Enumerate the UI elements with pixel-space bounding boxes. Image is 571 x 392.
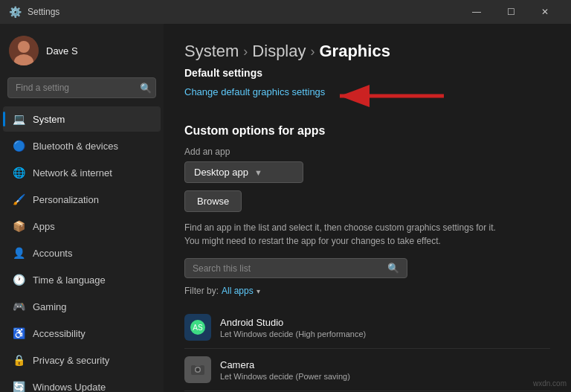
title-bar: ⚙️ Settings — ☐ ✕	[0, 0, 571, 24]
sidebar-item-network[interactable]: 🌐 Network & internet	[3, 160, 161, 185]
description-text: Find an app in the list and select it, t…	[184, 221, 497, 248]
filter-chevron-icon: ▾	[257, 287, 260, 295]
sidebar-item-personalization[interactable]: 🖌️ Personalization	[3, 187, 161, 212]
sidebar-item-privacy[interactable]: 🔒 Privacy & security	[3, 347, 161, 373]
bluetooth-icon: 🔵	[12, 139, 25, 152]
android-studio-icon: AS	[184, 314, 211, 341]
breadcrumb-graphics: Graphics	[320, 42, 390, 61]
nav-items: 💻 System 🔵 Bluetooth & devices 🌐 Network…	[0, 106, 164, 392]
search-list-icon: 🔍	[387, 263, 399, 274]
sidebar-item-gaming[interactable]: 🎮 Gaming	[3, 294, 161, 319]
search-list-input[interactable]	[193, 263, 387, 274]
sidebar-item-label-personalization: Personalization	[33, 194, 152, 205]
breadcrumb: System › Display › Graphics	[184, 42, 550, 61]
list-item[interactable]: Camera Let Windows decide (Power saving)	[184, 349, 550, 391]
dropdown-arrow-icon: ▼	[254, 168, 262, 177]
camera-icon	[184, 356, 211, 383]
sidebar-item-bluetooth[interactable]: 🔵 Bluetooth & devices	[3, 133, 161, 158]
breadcrumb-system: System	[184, 42, 239, 61]
apps-icon: 📦	[12, 219, 25, 233]
update-icon: 🔄	[12, 380, 25, 392]
sidebar-item-accounts[interactable]: 👤 Accounts	[3, 240, 161, 266]
sidebar: Dave S 🔍 💻 System 🔵 Bluetooth & devices …	[0, 24, 164, 392]
sidebar-item-label-gaming: Gaming	[33, 301, 152, 312]
sidebar-item-system[interactable]: 💻 System	[3, 106, 161, 132]
red-arrow-annotation	[332, 81, 451, 111]
custom-options-title: Custom options for apps	[184, 124, 550, 138]
avatar	[9, 36, 39, 65]
user-section: Dave S	[0, 24, 164, 74]
add-app-label: Add an app	[184, 147, 550, 157]
breadcrumb-sep-2: ›	[311, 44, 315, 60]
accessibility-icon: ♿	[12, 327, 25, 340]
app-list: AS Android Studio Let Windows decide (Hi…	[184, 306, 550, 392]
search-list-box[interactable]: 🔍	[184, 258, 407, 278]
svg-text:AS: AS	[193, 324, 203, 332]
desktop-app-dropdown[interactable]: Desktop app ▼	[184, 161, 303, 183]
title-bar-left: ⚙️ Settings	[9, 6, 59, 18]
svg-point-1	[18, 41, 30, 53]
sidebar-item-time[interactable]: 🕐 Time & language	[3, 267, 161, 292]
sidebar-item-label-time: Time & language	[33, 274, 152, 286]
browse-button[interactable]: Browse	[184, 190, 242, 212]
sidebar-item-label-apps: Apps	[33, 221, 152, 232]
system-icon: 💻	[12, 112, 25, 126]
sidebar-search-icon[interactable]: 🔍	[140, 83, 152, 94]
sidebar-item-label-accessibility: Accessibility	[33, 328, 152, 339]
close-button[interactable]: ✕	[528, 0, 562, 24]
main-content: System › Display › Graphics Default sett…	[164, 24, 571, 392]
accounts-icon: 👤	[12, 246, 25, 260]
android-studio-name: Android Studio	[220, 317, 366, 328]
time-icon: 🕐	[12, 273, 25, 286]
network-icon: 🌐	[12, 166, 25, 179]
list-item[interactable]: AS Android Studio Let Windows decide (Hi…	[184, 306, 550, 349]
breadcrumb-sep-1: ›	[243, 44, 248, 60]
user-name: Dave S	[46, 45, 78, 57]
sidebar-item-update[interactable]: 🔄 Windows Update	[3, 374, 161, 392]
sidebar-search-box[interactable]: 🔍	[7, 77, 156, 98]
svg-point-9	[196, 368, 200, 372]
personalization-icon: 🖌️	[12, 193, 25, 206]
gaming-icon: 🎮	[12, 300, 25, 313]
change-settings-row: Change default graphics settings	[184, 86, 550, 111]
android-studio-info: Android Studio Let Windows decide (High …	[220, 317, 366, 338]
camera-info: Camera Let Windows decide (Power saving)	[220, 359, 350, 381]
privacy-icon: 🔒	[12, 353, 25, 367]
camera-name: Camera	[220, 359, 350, 370]
dropdown-value: Desktop app	[194, 167, 248, 178]
sidebar-item-label-update: Windows Update	[33, 382, 152, 393]
filter-row: Filter by: All apps ▾	[184, 286, 550, 296]
camera-perf: Let Windows decide (Power saving)	[220, 372, 350, 381]
change-default-link[interactable]: Change default graphics settings	[184, 86, 325, 97]
filter-value[interactable]: All apps	[222, 286, 254, 296]
app-dropdown-row: Desktop app ▼	[184, 161, 550, 183]
minimize-button[interactable]: —	[459, 0, 494, 24]
sidebar-item-label-network: Network & internet	[33, 167, 152, 179]
sidebar-item-label-accounts: Accounts	[33, 248, 152, 259]
sidebar-search-input[interactable]	[7, 77, 156, 98]
sidebar-item-label-system: System	[33, 114, 152, 125]
title-bar-controls: — ☐ ✕	[459, 0, 562, 24]
sidebar-item-apps[interactable]: 📦 Apps	[3, 213, 161, 239]
maximize-button[interactable]: ☐	[494, 0, 528, 24]
default-settings-title: Default settings	[184, 67, 550, 79]
title-bar-title: Settings	[28, 7, 59, 17]
filter-label: Filter by:	[184, 286, 219, 296]
sidebar-item-label-bluetooth: Bluetooth & devices	[33, 141, 152, 152]
sidebar-item-accessibility[interactable]: ♿ Accessibility	[3, 321, 161, 346]
android-studio-perf: Let Windows decide (High performance)	[220, 330, 366, 338]
svg-rect-10	[195, 364, 201, 366]
app-body: Dave S 🔍 💻 System 🔵 Bluetooth & devices …	[0, 24, 571, 392]
sidebar-item-label-privacy: Privacy & security	[33, 355, 152, 366]
breadcrumb-display: Display	[252, 42, 306, 61]
